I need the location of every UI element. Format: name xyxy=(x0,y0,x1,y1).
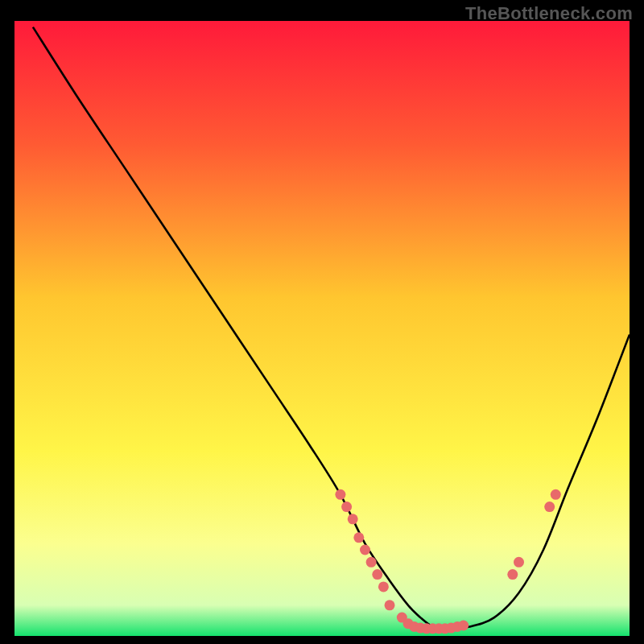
data-point xyxy=(366,557,377,568)
data-point xyxy=(353,532,364,543)
data-point xyxy=(360,545,370,555)
data-point xyxy=(507,569,518,580)
data-point xyxy=(551,489,561,500)
bottleneck-chart xyxy=(14,21,630,636)
data-point xyxy=(385,600,395,610)
watermark-label: TheBottleneck.com xyxy=(465,3,633,24)
chart-frame xyxy=(14,21,630,636)
data-point xyxy=(458,621,469,631)
data-point xyxy=(372,569,382,580)
gradient-background xyxy=(14,21,630,636)
data-point xyxy=(378,581,389,592)
data-point xyxy=(514,557,524,568)
data-point xyxy=(335,489,345,500)
data-point xyxy=(544,502,555,512)
data-point xyxy=(341,502,352,512)
data-point xyxy=(348,514,358,524)
